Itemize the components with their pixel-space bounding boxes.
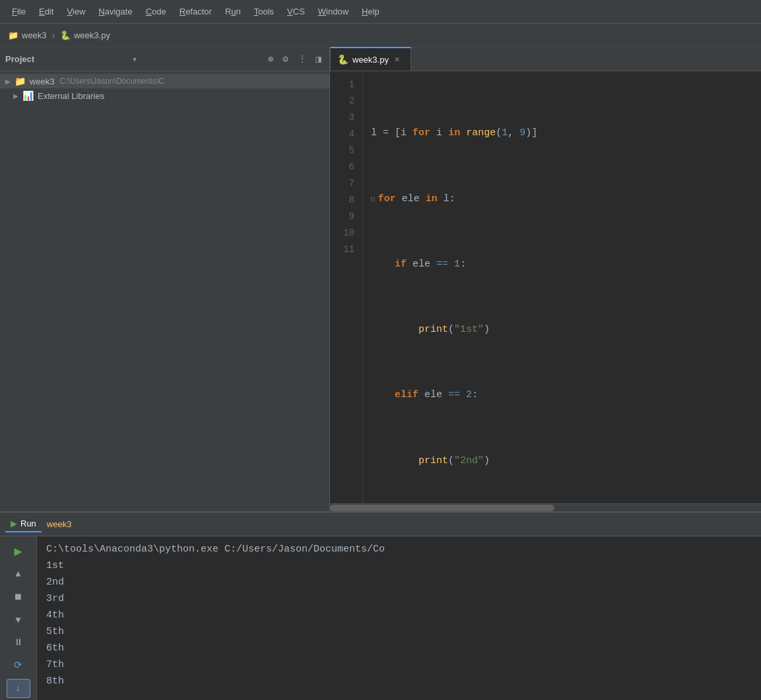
run-rerun-btn[interactable]: ⟳: [7, 656, 30, 676]
code-line-5: elif ele == 2:: [371, 387, 761, 404]
breadcrumb-file[interactable]: 🐍 week3.py: [60, 30, 110, 40]
line-num-4: 4: [330, 126, 354, 143]
sidebar-gear-btn[interactable]: ⚙: [280, 52, 290, 66]
terminal-command: C:\tools\Anaconda3\python.exe C:/Users/J…: [46, 542, 385, 558]
line-numbers: 1 2 3 4 5 6 7 8 9 10 11: [330, 71, 363, 503]
menu-window[interactable]: Window: [313, 4, 354, 19]
sidebar-scrollbar[interactable]: [0, 503, 329, 511]
code-line-4: print("1st"): [371, 322, 761, 338]
line-num-10: 10: [330, 225, 354, 241]
tab-label: week3.py: [352, 55, 389, 65]
tab-week3py[interactable]: 🐍 week3.py ✕: [330, 47, 411, 71]
tree-item-external-libraries[interactable]: ▶ 📊 External Libraries: [0, 88, 329, 103]
menu-edit[interactable]: Edit: [34, 4, 59, 19]
breadcrumb-folder[interactable]: 📁 week3: [8, 30, 47, 40]
terminal-empty-line: [46, 690, 752, 700]
sidebar-toolbar: Project ▾ ⊕ ⚙ ⋮ ◨: [0, 48, 329, 71]
run-tab-icon: ▶: [11, 519, 17, 528]
line-num-1: 1: [330, 77, 354, 93]
run-down-btn[interactable]: ▼: [7, 610, 30, 629]
bottom-panel: ▶ Run week3 ▶ ▲ ■ ▼ ⏸ ⟳ ↓ 📌 🗑 ✕ ? C:\too…: [0, 511, 761, 700]
tree-item-week3[interactable]: ▶ 📁 week3 C:\Users\Jason\Documents\C: [0, 74, 329, 88]
terminal-output-5th: 5th: [46, 624, 752, 641]
run-scroll-btn[interactable]: ↓: [7, 679, 30, 698]
tab-close-btn[interactable]: ✕: [393, 55, 401, 65]
tree-arrow-week3: ▶: [5, 78, 11, 85]
terminal-output: C:\tools\Anaconda3\python.exe C:/Users/J…: [37, 536, 761, 700]
line-num-6: 6: [330, 159, 354, 175]
sidebar-title: Project: [5, 54, 126, 64]
menu-run[interactable]: Run: [220, 4, 246, 19]
run-project-name: week3: [47, 519, 72, 529]
run-play-btn[interactable]: ▶: [7, 542, 30, 561]
code-line-3: if ele == 1:: [371, 257, 761, 273]
tree-ext-label: External Libraries: [38, 91, 104, 101]
menu-tools[interactable]: Tools: [249, 4, 279, 19]
tab-python-icon: 🐍: [337, 54, 348, 65]
tree-folder-path: C:\Users\Jason\Documents\C: [60, 77, 164, 86]
menu-bar: File Edit View Navigate Code Refactor Ru…: [0, 0, 761, 24]
code-content[interactable]: l = [i for i in range(1, 9)] ⊟for ele in…: [363, 71, 761, 503]
terminal-output-2nd: 2nd: [46, 575, 752, 591]
run-stop-btn[interactable]: ■: [7, 587, 30, 606]
run-toolbar: ▶ ▲ ■ ▼ ⏸ ⟳ ↓ 📌 🗑 ✕ ?: [0, 536, 37, 700]
breadcrumb: 📁 week3 › 🐍 week3.py: [0, 24, 761, 48]
line-num-11: 11: [330, 241, 354, 258]
terminal-output-1st: 1st: [46, 558, 752, 575]
code-line-2: ⊟for ele in l:: [371, 191, 761, 208]
terminal-cmd-line: C:\tools\Anaconda3\python.exe C:/Users/J…: [46, 542, 752, 558]
editor-area: 🐍 week3.py ✕ 1 2 3 4 5 6 7 8 9 10 11: [330, 48, 761, 511]
scroll-thumb[interactable]: [330, 505, 554, 511]
menu-help[interactable]: Help: [356, 4, 385, 19]
sidebar-expand-btn[interactable]: ◨: [314, 52, 324, 66]
code-editor[interactable]: 1 2 3 4 5 6 7 8 9 10 11 l = [i for i in …: [330, 71, 761, 503]
python-file-icon: 🐍: [60, 30, 71, 40]
tree-folder-name: week3: [30, 77, 55, 86]
line-num-7: 7: [330, 175, 354, 192]
horizontal-scrollbar[interactable]: [330, 503, 761, 511]
run-pause-btn[interactable]: ⏸: [7, 633, 30, 652]
line-num-3: 3: [330, 110, 354, 126]
project-tree: ▶ 📁 week3 C:\Users\Jason\Documents\C ▶ 📊…: [0, 71, 329, 503]
menu-code[interactable]: Code: [141, 4, 172, 19]
menu-view[interactable]: View: [61, 4, 90, 19]
main-area: Project ▾ ⊕ ⚙ ⋮ ◨ ▶ 📁 week3 C:\Users\Jas…: [0, 48, 761, 511]
folder-icon: 📁: [8, 30, 18, 40]
breadcrumb-separator: ›: [51, 30, 56, 41]
menu-refactor[interactable]: Refactor: [174, 4, 217, 19]
sidebar-dropdown-arrow[interactable]: ▾: [133, 55, 137, 64]
run-tab-bar: ▶ Run week3: [0, 513, 761, 536]
line-num-8: 8: [330, 192, 354, 208]
menu-navigate[interactable]: Navigate: [93, 4, 137, 19]
line-num-5: 5: [330, 143, 354, 159]
tab-bar: 🐍 week3.py ✕: [330, 48, 761, 71]
terminal-output-3rd: 3rd: [46, 591, 752, 608]
sidebar: Project ▾ ⊕ ⚙ ⋮ ◨ ▶ 📁 week3 C:\Users\Jas…: [0, 48, 330, 511]
line-num-2: 2: [330, 93, 354, 110]
sidebar-scope-btn[interactable]: ⊕: [265, 52, 276, 66]
code-line-6: print("2nd"): [371, 453, 761, 470]
menu-file[interactable]: File: [7, 4, 31, 19]
tree-folder-icon: 📁: [15, 76, 26, 86]
run-tab-run[interactable]: ▶ Run: [5, 516, 42, 532]
tree-ext-icon: 📊: [22, 90, 34, 101]
terminal-output-6th: 6th: [46, 641, 752, 657]
run-tab-label: Run: [20, 519, 36, 528]
run-content: ▶ ▲ ■ ▼ ⏸ ⟳ ↓ 📌 🗑 ✕ ? C:\tools\Anaconda3…: [0, 536, 761, 700]
terminal-output-4th: 4th: [46, 608, 752, 624]
sidebar-more-btn[interactable]: ⋮: [295, 52, 310, 66]
code-line-1: l = [i for i in range(1, 9)]: [371, 125, 761, 142]
line-num-9: 9: [330, 208, 354, 225]
terminal-output-7th: 7th: [46, 657, 752, 674]
tree-arrow-ext: ▶: [13, 92, 18, 100]
run-up-btn[interactable]: ▲: [7, 565, 30, 584]
terminal-output-8th: 8th: [46, 674, 752, 690]
menu-vcs[interactable]: VCS: [282, 4, 310, 19]
